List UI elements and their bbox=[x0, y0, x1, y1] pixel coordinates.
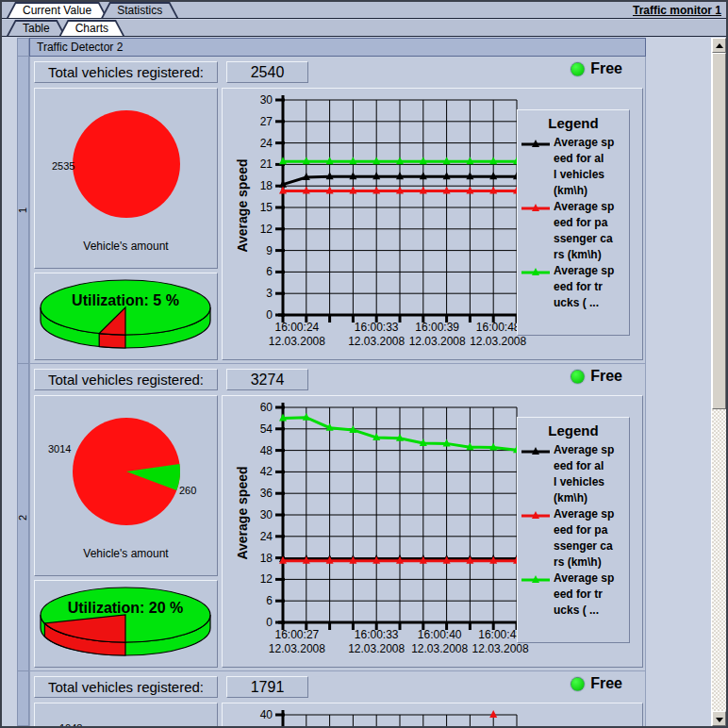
status-indicator: Free bbox=[571, 368, 622, 385]
status-led-icon bbox=[571, 677, 585, 691]
total-vehicles-label: Total vehicles registered: bbox=[34, 61, 218, 83]
svg-text:30: 30 bbox=[260, 508, 273, 521]
svg-text:18: 18 bbox=[260, 552, 273, 565]
svg-text:40: 40 bbox=[260, 708, 273, 721]
svg-text:12: 12 bbox=[260, 572, 273, 586]
legend-entry: Average speed for passenger cars (km\h) bbox=[521, 199, 625, 263]
svg-text:3: 3 bbox=[266, 287, 273, 300]
tab-label: Table bbox=[23, 22, 50, 35]
legend-entry-text: Average speed for trucks ( ... bbox=[554, 571, 614, 619]
pie-value-label: 3014 bbox=[48, 443, 71, 455]
legend-entry-text: Average speed for passenger cars (km\h) bbox=[554, 506, 614, 571]
legend-entry: Average speed for trucks ( ... bbox=[521, 571, 625, 619]
svg-text:21: 21 bbox=[260, 157, 273, 171]
legend-entry: Average speed for all vehicles(km\h) bbox=[521, 135, 625, 199]
average-speed-chart: Average speed0612182430364248546016:00:2… bbox=[222, 395, 643, 668]
svg-text:6: 6 bbox=[266, 594, 273, 607]
total-vehicles-value: 1791 bbox=[226, 676, 308, 698]
vehicle-amount-pie: 1048 bbox=[34, 703, 218, 728]
pie-chart: 1048 bbox=[35, 703, 217, 728]
status-text: Free bbox=[590, 675, 622, 692]
line-plot: 036912151821242730 bbox=[236, 92, 530, 336]
average-speed-chart: 0481216202428323640 bbox=[222, 703, 643, 728]
svg-text:36: 36 bbox=[260, 487, 273, 500]
svg-text:54: 54 bbox=[260, 422, 273, 436]
tab-table[interactable]: Table bbox=[7, 20, 66, 36]
svg-text:42: 42 bbox=[260, 465, 273, 478]
utilization-pie: Utilization: 20 % bbox=[34, 580, 218, 668]
svg-text:30: 30 bbox=[260, 93, 273, 107]
row-number-2: 2 bbox=[18, 364, 28, 671]
pie-value-label: 1048 bbox=[59, 722, 82, 728]
scrollbar-track[interactable] bbox=[712, 409, 726, 711]
legend-entry-text: Average speed for all vehicles(km\h) bbox=[554, 135, 614, 199]
legend-swatch-icon bbox=[521, 202, 554, 213]
tab-strip-main: Current Value Statistics bbox=[2, 2, 726, 19]
scrollbar-thumb[interactable] bbox=[712, 53, 726, 409]
pie-value-label: 2535 bbox=[52, 160, 74, 172]
svg-text:60: 60 bbox=[260, 401, 273, 414]
legend-swatch-icon bbox=[521, 138, 554, 149]
utilization-text: Utilization: 5 % bbox=[72, 292, 179, 308]
legend-title: Legend bbox=[521, 422, 625, 438]
utilization-3d-pie: Utilization: 20 % bbox=[35, 581, 217, 667]
svg-text:9: 9 bbox=[266, 244, 273, 257]
status-text: Free bbox=[590, 368, 622, 385]
pie-caption: Vehicle's amount bbox=[35, 240, 217, 253]
legend-swatch-icon bbox=[521, 509, 554, 521]
svg-text:24: 24 bbox=[260, 530, 273, 543]
status-led-icon bbox=[571, 62, 585, 76]
legend-entry: Average speed for trucks ( ... bbox=[521, 263, 625, 311]
legend-title: Legend bbox=[521, 115, 625, 131]
status-indicator: Free bbox=[571, 60, 622, 77]
svg-text:0: 0 bbox=[266, 308, 273, 322]
row-number-strip: 1 2 bbox=[17, 38, 29, 726]
line-plot: 0481216202428323640 bbox=[236, 707, 530, 728]
traffic-monitor-window: Current Value Statistics Traffic monitor… bbox=[0, 0, 728, 728]
detector-header: Traffic Detector 2 bbox=[29, 38, 646, 57]
legend-swatch-icon bbox=[521, 445, 554, 456]
utilization-text: Utilization: 20 % bbox=[68, 600, 184, 616]
tab-current-value[interactable]: Current Value bbox=[7, 2, 108, 18]
tab-label: Charts bbox=[75, 22, 108, 35]
tab-strip-view: Table Charts bbox=[2, 20, 726, 37]
total-vehicles-value: 2540 bbox=[226, 61, 308, 83]
chart-legend: LegendAverage speed for all vehicles(km\… bbox=[517, 417, 630, 643]
window-title-label: Traffic monitor 1 bbox=[633, 4, 721, 17]
x-axis-tick-label: 16:00:2412.03.2008 bbox=[257, 321, 337, 349]
legend-entry: Average speed for passenger cars (km\h) bbox=[521, 506, 625, 571]
detector-panel: Traffic Detector 2 Total vehicles regist… bbox=[29, 38, 646, 726]
legend-entry-text: Average speed for all vehicles(km\h) bbox=[554, 442, 614, 506]
total-vehicles-label: Total vehicles registered: bbox=[34, 369, 218, 390]
detector-row-1: Total vehicles registered: 2540 Free 253… bbox=[29, 57, 646, 364]
status-indicator: Free bbox=[571, 675, 622, 692]
svg-text:12: 12 bbox=[260, 223, 273, 236]
svg-text:18: 18 bbox=[260, 179, 273, 192]
tab-label: Statistics bbox=[117, 4, 162, 17]
tab-charts[interactable]: Charts bbox=[59, 20, 124, 36]
detector-row-2: Total vehicles registered: 3274 Free 301… bbox=[29, 364, 646, 671]
row-strip-header-stub bbox=[18, 39, 28, 57]
vehicle-amount-pie: 2535Vehicle's amount bbox=[34, 88, 218, 269]
legend-swatch-icon bbox=[521, 573, 554, 585]
scroll-up-button[interactable] bbox=[712, 38, 726, 53]
svg-text:6: 6 bbox=[266, 265, 273, 278]
up-arrow-icon bbox=[716, 43, 723, 48]
vertical-scrollbar[interactable] bbox=[711, 38, 726, 726]
down-arrow-icon bbox=[716, 718, 723, 722]
pie-caption: Vehicle's amount bbox=[35, 547, 217, 560]
status-text: Free bbox=[590, 60, 622, 77]
tab-statistics[interactable]: Statistics bbox=[101, 2, 178, 18]
x-axis-tick-label: 16:00:2712.03.2008 bbox=[257, 628, 337, 656]
average-speed-chart: Average speed03691215182124273016:00:241… bbox=[222, 88, 643, 360]
svg-text:48: 48 bbox=[260, 444, 273, 457]
total-vehicles-value: 3274 bbox=[226, 369, 308, 390]
total-vehicles-label: Total vehicles registered: bbox=[34, 676, 218, 698]
legend-entry-text: Average speed for trucks ( ... bbox=[554, 263, 614, 311]
scroll-down-button[interactable] bbox=[712, 711, 726, 726]
svg-text:15: 15 bbox=[260, 201, 273, 214]
legend-swatch-icon bbox=[521, 266, 554, 277]
row-number-3 bbox=[18, 671, 28, 728]
svg-text:0: 0 bbox=[266, 616, 273, 629]
detector-row-3: Total vehicles registered: 1791 Free 104… bbox=[29, 671, 646, 728]
